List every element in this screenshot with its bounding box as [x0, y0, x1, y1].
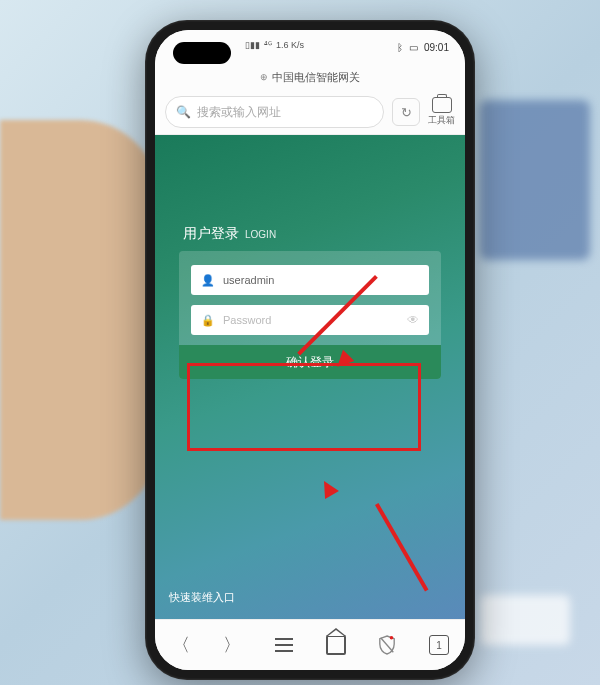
net-speed: 1.6 K/s	[276, 40, 304, 50]
lock-icon: ⊕	[260, 72, 268, 82]
login-heading: 用户登录 LOGIN	[179, 225, 441, 243]
adblock-button[interactable]	[370, 628, 404, 662]
password-field[interactable]: 🔒 👁	[191, 305, 429, 335]
quick-install-link[interactable]: 快速装维入口	[169, 590, 235, 605]
forward-button[interactable]: 〉	[215, 628, 249, 662]
user-icon: 👤	[201, 274, 213, 287]
network-type: ⁴ᴳ	[264, 40, 272, 50]
battery-icon: ▭	[409, 42, 418, 53]
login-submit-label: 确认登录	[286, 354, 334, 371]
page-title: 中国电信智能网关	[272, 70, 360, 85]
eye-off-icon[interactable]: 👁	[407, 313, 419, 327]
svg-line-0	[381, 638, 394, 652]
browser-toolbar: 🔍 搜索或输入网址 ↻ 工具箱	[155, 90, 465, 135]
tab-count: 1	[436, 640, 442, 651]
toolbox-label: 工具箱	[428, 114, 455, 127]
lock-icon: 🔒	[201, 314, 213, 327]
toolbox-button[interactable]: 工具箱	[428, 97, 455, 127]
tabs-button[interactable]: 1	[422, 628, 456, 662]
search-input[interactable]: 🔍 搜索或输入网址	[165, 96, 384, 128]
login-title-en: LOGIN	[245, 229, 276, 240]
login-form: 👤 🔒 👁 确认登录	[179, 251, 441, 379]
refresh-icon: ↻	[401, 105, 412, 120]
signal-icon: ▯▮▮	[245, 40, 260, 50]
home-button[interactable]	[319, 628, 353, 662]
quick-install-label: 快速装维入口	[169, 591, 235, 603]
screen: ▯▮▮ ⁴ᴳ 1.6 K/s ᛒ ▭ 09:01 ⊕ 中国电信智能网关 🔍 搜索…	[155, 30, 465, 670]
password-input[interactable]	[221, 313, 399, 327]
briefcase-icon	[432, 97, 452, 113]
search-icon: 🔍	[176, 105, 191, 119]
svg-point-1	[390, 636, 394, 640]
menu-button[interactable]	[267, 628, 301, 662]
menu-icon	[275, 638, 293, 652]
back-button[interactable]: 〈	[164, 628, 198, 662]
shield-slash-icon	[378, 635, 396, 655]
camera-punch-hole	[173, 42, 231, 64]
login-title-cn: 用户登录	[183, 225, 239, 243]
chevron-left-icon: 〈	[172, 633, 190, 657]
bluetooth-icon: ᛒ	[397, 42, 403, 53]
clock: 09:01	[424, 42, 449, 53]
address-bar[interactable]: ⊕ 中国电信智能网关	[155, 64, 465, 90]
home-icon	[326, 635, 346, 655]
tabs-icon: 1	[429, 635, 449, 655]
annotation-arrow-bottom	[375, 503, 428, 592]
search-placeholder: 搜索或输入网址	[197, 104, 281, 121]
browser-nav-bar: 〈 〉 1	[155, 619, 465, 670]
phone-frame: ▯▮▮ ⁴ᴳ 1.6 K/s ᛒ ▭ 09:01 ⊕ 中国电信智能网关 🔍 搜索…	[145, 20, 475, 680]
page-content: 用户登录 LOGIN 👤 🔒 👁 确认登录	[155, 135, 465, 619]
refresh-button[interactable]: ↻	[392, 98, 420, 126]
username-input[interactable]	[221, 273, 419, 287]
annotation-arrowhead-bottom	[317, 477, 339, 499]
login-panel: 用户登录 LOGIN 👤 🔒 👁 确认登录	[179, 225, 441, 379]
chevron-right-icon: 〉	[223, 633, 241, 657]
username-field[interactable]: 👤	[191, 265, 429, 295]
login-submit-button[interactable]: 确认登录	[179, 345, 441, 379]
